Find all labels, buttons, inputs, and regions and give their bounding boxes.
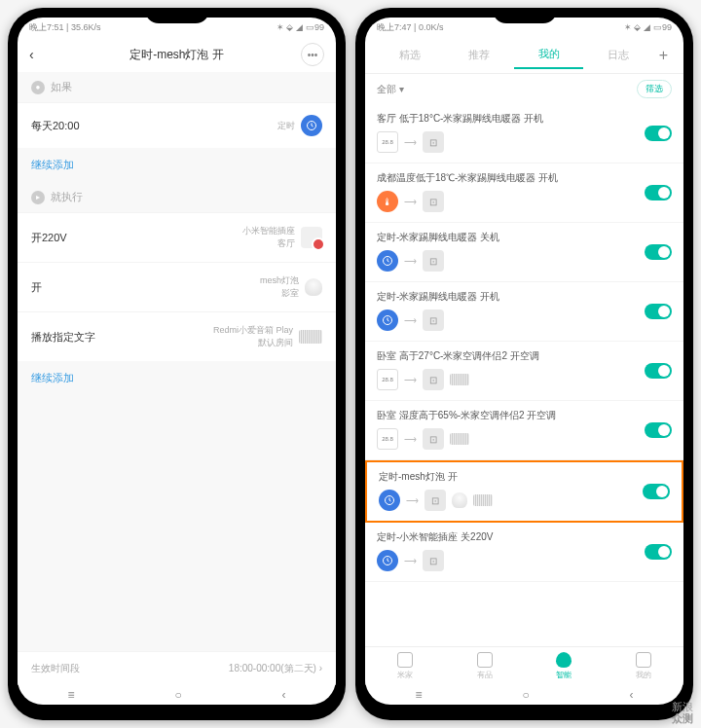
footer-left: 生效时间段 — [31, 662, 80, 675]
link-icon: ⟶ — [404, 256, 417, 266]
link-icon: ⟶ — [404, 434, 417, 444]
automation-item[interactable]: 定时-米家踢脚线电暖器 关机⟶⊡ — [365, 223, 683, 282]
action-row[interactable]: 开220V 小米智能插座 客厅 — [18, 212, 336, 262]
automation-title: 定时-mesh灯泡 开 — [379, 470, 670, 484]
speaker-icon — [450, 433, 469, 445]
if-condition-tag: 定时 — [277, 120, 295, 132]
automation-icons: ⟶⊡ — [379, 490, 670, 511]
automation-icons: 28.8⟶⊡ — [377, 131, 672, 153]
toggle-switch[interactable] — [645, 126, 672, 141]
tab-bar: 精选 推荐 我的 日志 + — [365, 37, 683, 74]
nav-back[interactable]: ‹ — [630, 688, 634, 702]
toggle-switch[interactable] — [645, 244, 672, 260]
add-condition-link[interactable]: 继续添加 — [18, 148, 336, 182]
automation-title: 卧室 高于27°C-米家空调伴侣2 开空调 — [377, 349, 672, 363]
back-button[interactable]: ‹ — [29, 47, 53, 62]
automation-item[interactable]: 定时-米家踢脚线电暖器 开机⟶⊡ — [365, 282, 683, 342]
if-icon: ● — [31, 81, 45, 94]
more-button[interactable]: ••• — [301, 43, 324, 66]
device-icon: ⊡ — [423, 309, 444, 331]
link-icon: ⟶ — [406, 495, 419, 505]
bottom-nav-item[interactable]: 有品 — [445, 647, 525, 685]
automation-item[interactable]: 定时-小米智能插座 关220V⟶⊡ — [365, 523, 683, 582]
action-row[interactable]: 开 mesh灯泡 影室 — [18, 262, 336, 311]
action-label: 开220V — [31, 231, 67, 245]
then-icon: ▸ — [31, 191, 45, 204]
nav-back[interactable]: ‹ — [282, 688, 286, 702]
automation-item[interactable]: 卧室 湿度高于65%-米家空调伴侣2 开空调28.8⟶⊡ — [365, 401, 683, 460]
automation-item[interactable]: 卧室 高于27°C-米家空调伴侣2 开空调28.8⟶⊡ — [365, 342, 683, 401]
effective-time-row[interactable]: 生效时间段 18:00-00:00(第二天) › — [18, 651, 336, 685]
automation-title: 定时-小米智能插座 关220V — [377, 530, 672, 544]
toggle-switch[interactable] — [645, 544, 672, 560]
tab-mine[interactable]: 我的 — [514, 41, 583, 69]
bottom-nav-item[interactable]: 我的 — [604, 647, 683, 685]
speaker-icon — [450, 374, 469, 385]
link-icon: ⟶ — [404, 375, 417, 384]
nav-recent[interactable]: ≡ — [67, 688, 74, 702]
tab-recommend[interactable]: 推荐 — [444, 42, 513, 68]
phone-right: 晚上7:47 | 0.0K/s ✶ ⬙ ◢ ▭99 精选 推荐 我的 日志 + … — [355, 8, 693, 720]
add-action-link[interactable]: 继续添加 — [18, 361, 336, 395]
speaker-icon — [299, 330, 322, 344]
filter-button[interactable]: 筛选 — [637, 80, 672, 98]
add-button[interactable]: + — [653, 47, 674, 64]
nav-icon — [556, 652, 572, 668]
notch — [493, 8, 557, 23]
page-title: 定时-mesh灯泡 开 — [53, 47, 301, 63]
tab-featured[interactable]: 精选 — [375, 42, 444, 68]
bottom-nav-item[interactable]: 米家 — [365, 647, 445, 685]
automation-title: 成都温度低于18℃-米家踢脚线电暖器 开机 — [377, 171, 672, 185]
toggle-switch[interactable] — [645, 304, 672, 319]
footer-right: 18:00-00:00(第二天) › — [229, 662, 322, 675]
automation-item[interactable]: 成都温度低于18℃-米家踢脚线电暖器 开机🌡⟶⊡ — [365, 164, 683, 223]
if-condition-text: 每天20:00 — [31, 119, 80, 133]
tab-log[interactable]: 日志 — [583, 42, 652, 68]
automation-icons: 28.8⟶⊡ — [377, 369, 672, 390]
if-section-label: ● 如果 — [18, 72, 336, 102]
filter-all[interactable]: 全部 ▾ — [377, 83, 404, 96]
automation-icons: 28.8⟶⊡ — [377, 428, 672, 450]
clock-icon — [377, 550, 398, 571]
bulb-icon — [452, 492, 467, 508]
watermark: 新浪 众测 — [672, 701, 693, 724]
device-icon: ⊡ — [423, 250, 444, 272]
then-section-label: ▸ 就执行 — [18, 182, 336, 212]
clock-icon — [377, 309, 398, 331]
nav-home[interactable]: ○ — [522, 688, 529, 702]
if-condition-row[interactable]: 每天20:00 定时 — [18, 102, 336, 148]
screen-left: 晚上7:51 | 35.6K/s ✶ ⬙ ◢ ▭99 ‹ 定时-mesh灯泡 开… — [18, 18, 336, 705]
toggle-switch[interactable] — [645, 185, 672, 200]
nav-icon — [397, 652, 413, 668]
bulb-icon — [305, 278, 322, 296]
speaker-icon — [473, 494, 493, 506]
automation-item[interactable]: 客厅 低于18°C-米家踢脚线电暖器 开机28.8⟶⊡ — [365, 104, 683, 164]
toggle-switch[interactable] — [643, 484, 670, 499]
automation-icons: ⟶⊡ — [377, 550, 672, 571]
sensor-icon: 28.8 — [377, 369, 398, 390]
status-right: ✶ ⬙ ◢ ▭99 — [277, 22, 324, 32]
toggle-switch[interactable] — [645, 422, 672, 438]
bottom-nav-item[interactable]: 智能 — [525, 647, 605, 685]
plug-icon — [301, 227, 322, 248]
clock-icon — [377, 250, 398, 272]
filter-row: 全部 ▾ 筛选 — [365, 74, 683, 104]
header: ‹ 定时-mesh灯泡 开 ••• — [18, 37, 336, 72]
device-icon: ⊡ — [423, 191, 444, 212]
link-icon: ⟶ — [404, 315, 417, 325]
automation-item[interactable]: 定时-mesh灯泡 开⟶⊡ — [365, 460, 683, 523]
automation-title: 卧室 湿度高于65%-米家空调伴侣2 开空调 — [377, 409, 672, 422]
phone-left: 晚上7:51 | 35.6K/s ✶ ⬙ ◢ ▭99 ‹ 定时-mesh灯泡 开… — [8, 8, 346, 720]
toggle-switch[interactable] — [645, 363, 672, 379]
device-icon: ⊡ — [424, 490, 446, 511]
nav-home[interactable]: ○ — [174, 688, 181, 702]
action-row[interactable]: 播放指定文字 Redmi小爱音箱 Play 默认房间 — [18, 311, 336, 361]
nav-recent[interactable]: ≡ — [415, 688, 422, 702]
automation-title: 客厅 低于18°C-米家踢脚线电暖器 开机 — [377, 112, 672, 126]
action-label: 播放指定文字 — [31, 330, 95, 345]
automation-list: 客厅 低于18°C-米家踢脚线电暖器 开机28.8⟶⊡成都温度低于18℃-米家踢… — [365, 104, 683, 646]
automation-icons: 🌡⟶⊡ — [377, 191, 672, 212]
status-time: 晚上7:51 | 35.6K/s — [29, 21, 100, 34]
automation-icons: ⟶⊡ — [377, 250, 672, 272]
automation-title: 定时-米家踢脚线电暖器 关机 — [377, 231, 672, 244]
